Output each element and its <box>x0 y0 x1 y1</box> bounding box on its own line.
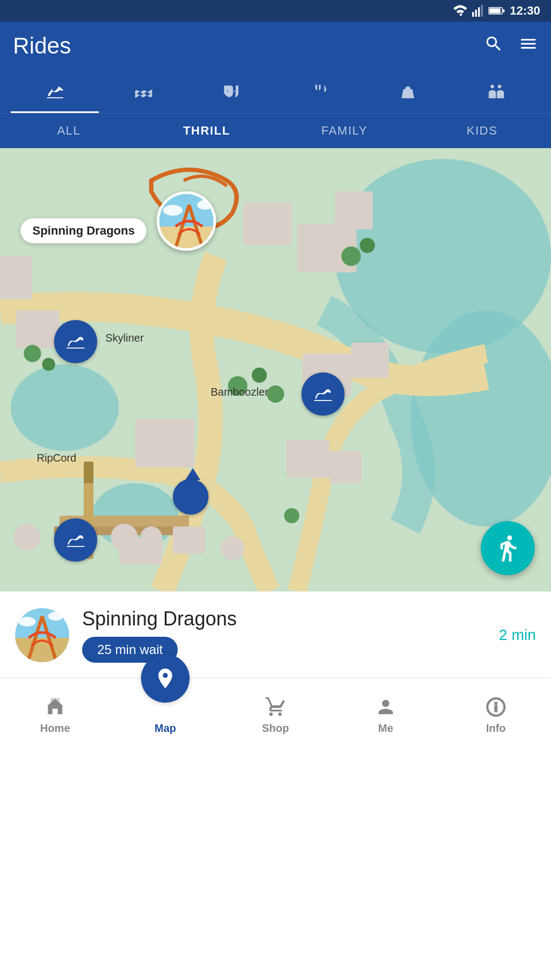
me-icon <box>375 696 397 718</box>
category-tab-facilities[interactable] <box>452 70 540 113</box>
svg-point-28 <box>228 376 247 396</box>
ride-name: Spinning Dragons <box>82 608 486 630</box>
time-display: 12:30 <box>510 4 540 18</box>
home-icon <box>44 696 66 718</box>
nav-home-label: Home <box>40 722 70 735</box>
filter-tab-family[interactable]: FAMILY <box>276 114 413 148</box>
bottom-nav: Home Map Shop Me Info <box>0 678 551 752</box>
ride-thumbnail <box>15 608 69 662</box>
nav-map[interactable]: Map <box>110 678 220 752</box>
svg-point-48 <box>197 200 213 210</box>
filter-tab-kids[interactable]: KIDS <box>413 114 551 148</box>
wifi-icon <box>453 5 468 17</box>
bottom-left-ride-pin[interactable] <box>54 518 97 562</box>
nav-home[interactable]: Home <box>0 678 110 752</box>
shop-icon <box>265 696 286 718</box>
spinning-dragons-photo-pin[interactable] <box>157 191 216 251</box>
info-icon <box>485 696 507 718</box>
svg-rect-23 <box>135 418 194 467</box>
status-bar: 12:30 <box>0 0 551 22</box>
svg-point-54 <box>48 612 63 621</box>
filter-tab-all[interactable]: ALL <box>0 114 138 148</box>
svg-point-34 <box>42 358 55 371</box>
svg-point-12 <box>11 364 119 451</box>
category-tabs <box>0 70 551 114</box>
svg-rect-24 <box>286 440 330 478</box>
nav-info-label: Info <box>486 722 506 735</box>
skyliner-pin[interactable] <box>54 320 97 363</box>
svg-rect-1 <box>475 10 476 17</box>
svg-rect-19 <box>16 310 59 348</box>
svg-rect-22 <box>351 343 389 378</box>
svg-point-35 <box>284 508 299 523</box>
svg-rect-57 <box>495 706 496 711</box>
nav-map-pin <box>141 654 190 703</box>
svg-rect-58 <box>495 703 496 704</box>
category-tab-water[interactable] <box>99 70 187 113</box>
svg-rect-25 <box>330 451 362 483</box>
search-button[interactable] <box>484 34 503 58</box>
category-tab-food[interactable] <box>276 70 364 113</box>
nav-shop-label: Shop <box>262 722 289 735</box>
menu-button[interactable] <box>519 34 538 58</box>
nav-me-label: Me <box>378 722 393 735</box>
battery-icon <box>488 6 505 16</box>
svg-point-33 <box>24 345 41 362</box>
svg-rect-0 <box>472 12 474 17</box>
header: Rides <box>0 22 551 70</box>
category-tab-shops[interactable] <box>364 70 452 113</box>
bamboozler-pin[interactable] <box>301 372 345 416</box>
map-pin-icon <box>153 666 177 690</box>
svg-point-47 <box>163 205 183 216</box>
filter-tab-thrill[interactable]: THRILL <box>138 114 276 148</box>
user-location-arrow <box>172 468 200 480</box>
svg-rect-6 <box>503 9 505 12</box>
nav-map-label: Map <box>154 722 176 735</box>
svg-rect-18 <box>335 191 373 229</box>
nav-shop[interactable]: Shop <box>220 678 331 752</box>
svg-point-8 <box>498 84 502 88</box>
svg-point-30 <box>267 385 284 403</box>
svg-point-31 <box>341 246 361 266</box>
svg-rect-3 <box>481 5 482 17</box>
user-location-dot <box>173 479 209 515</box>
nav-info[interactable]: Info <box>441 678 551 752</box>
svg-point-32 <box>360 238 375 253</box>
svg-point-39 <box>111 524 138 551</box>
selected-ride-info[interactable]: Spinning Dragons 25 min wait 2 min <box>0 591 551 678</box>
status-icons <box>453 5 505 17</box>
svg-point-7 <box>490 84 494 88</box>
svg-point-38 <box>14 524 41 551</box>
walk-time: 2 min <box>499 626 536 644</box>
nav-me[interactable]: Me <box>331 678 441 752</box>
header-actions <box>484 34 538 58</box>
spinning-dragons-thumbnail <box>159 194 216 251</box>
svg-rect-2 <box>478 7 480 17</box>
page-title: Rides <box>13 33 71 59</box>
svg-rect-55 <box>51 698 60 703</box>
svg-rect-37 <box>84 462 93 483</box>
svg-rect-20 <box>0 256 32 299</box>
svg-point-40 <box>140 526 162 548</box>
filter-tabs: ALL THRILL FAMILY KIDS <box>0 114 551 148</box>
map-area[interactable]: Spinning Dragons Skyliner Bamboozler Rip… <box>0 148 551 591</box>
ride-details: Spinning Dragons 25 min wait <box>82 608 486 663</box>
svg-rect-5 <box>489 9 500 14</box>
signal-icon <box>472 5 484 17</box>
svg-point-53 <box>18 617 36 626</box>
walk-to-button[interactable] <box>481 521 535 575</box>
svg-point-29 <box>252 368 267 383</box>
category-tab-rides[interactable] <box>11 70 99 113</box>
svg-rect-16 <box>243 202 292 245</box>
svg-point-41 <box>177 531 201 555</box>
category-tab-shows[interactable] <box>187 70 276 113</box>
svg-point-42 <box>220 536 244 560</box>
